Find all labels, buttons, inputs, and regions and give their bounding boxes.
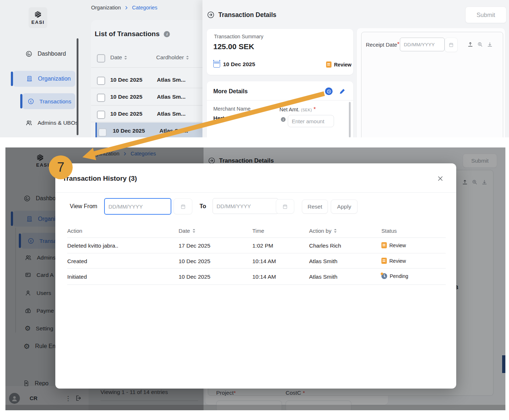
- sidebar-item-transactions[interactable]: € Transa: [27, 237, 57, 244]
- from-date-input[interactable]: [104, 198, 171, 215]
- easi-hexagon-icon: [34, 10, 42, 18]
- cell-time: 10:14 AM: [252, 258, 276, 265]
- zoom-in-icon[interactable]: [477, 41, 483, 48]
- receipt-date-input[interactable]: [400, 38, 445, 51]
- cell-action: Created: [67, 258, 87, 265]
- building-icon: [26, 215, 33, 222]
- edit-pencil-icon[interactable]: [339, 87, 346, 95]
- chevron-right-icon: [124, 5, 129, 10]
- sidebar-item-dashboard[interactable]: Dashboard: [25, 50, 66, 57]
- divider: [55, 192, 456, 193]
- sort-icon: [192, 228, 196, 233]
- upload-icon[interactable]: [462, 179, 468, 185]
- screenshot-bottom-edge: [5, 405, 505, 410]
- logout-icon[interactable]: [75, 395, 82, 402]
- active-indicator: [11, 211, 13, 226]
- sidebar-item-organization[interactable]: Organiz: [26, 215, 58, 222]
- arrow-circle-icon[interactable]: [207, 11, 215, 19]
- summary-date: 10 Dec 2025: [223, 61, 255, 68]
- label: Project: [216, 390, 234, 396]
- sidebar-item-label: Transactions: [39, 98, 71, 105]
- cell-cardholder[interactable]: Atlas Sm...: [159, 128, 188, 134]
- tutorial-canvas: EASI Dashboard Organization € Transactio…: [0, 0, 509, 420]
- required-asterisk: *: [313, 106, 316, 113]
- receipt-calendar-button[interactable]: [445, 38, 458, 52]
- sidebar-item-label: Admins & UBOs: [38, 120, 78, 126]
- status-label: Pending: [390, 273, 408, 279]
- zoom-in-icon[interactable]: [471, 179, 478, 185]
- submit-label: Submit: [471, 158, 488, 164]
- cell-cardholder[interactable]: Atlas Sm...: [157, 77, 185, 83]
- status-badge: Review: [326, 61, 351, 68]
- cell-cardholder[interactable]: Atlas Sm...: [157, 94, 185, 100]
- euro-icon: €: [27, 98, 34, 105]
- cell-date[interactable]: 10 Dec 2025: [110, 77, 142, 83]
- submit-button[interactable]: Submit: [465, 7, 506, 23]
- to-date-input[interactable]: [213, 198, 278, 214]
- close-icon[interactable]: [437, 175, 444, 182]
- header-action-by[interactable]: Action by: [309, 228, 337, 234]
- net-amount-input[interactable]: [288, 115, 334, 127]
- receipt-card: Receipt Date*:: [357, 28, 505, 137]
- cell-date[interactable]: 10 Dec 2025: [110, 111, 142, 117]
- breadcrumb-current[interactable]: Categories: [132, 5, 157, 10]
- sidebar-item-label: Repo: [35, 380, 48, 387]
- download-icon[interactable]: [481, 179, 488, 185]
- history-clock-button[interactable]: [325, 87, 333, 95]
- edge-panel-fragment: [502, 355, 505, 373]
- row-checkbox[interactable]: [97, 111, 105, 119]
- column-header-cardholder[interactable]: Cardholder: [156, 54, 189, 61]
- breadcrumb-root[interactable]: Organization: [90, 151, 119, 157]
- row-checkbox[interactable]: [97, 77, 105, 85]
- sort-icon: [186, 55, 189, 60]
- sidebar-item-rule-engine[interactable]: ⚙ Rule En: [23, 343, 56, 350]
- row-checkbox[interactable]: [97, 94, 105, 102]
- sidebar-item-settings[interactable]: ⚙ Setting: [25, 325, 53, 332]
- sidebar-scrollbar[interactable]: [77, 38, 78, 135]
- select-all-checkbox[interactable]: [97, 54, 105, 63]
- card-scrollbar[interactable]: [349, 102, 351, 137]
- calendar-icon: [180, 203, 186, 210]
- cell-cardholder[interactable]: Atlas Sm...: [157, 111, 185, 117]
- cell-date: 10 Dec 2025: [179, 258, 210, 265]
- avatar[interactable]: [9, 393, 20, 404]
- review-icon: [326, 61, 332, 68]
- submit-button[interactable]: Submit: [463, 154, 497, 168]
- sidebar-item-label: Transa: [39, 238, 57, 244]
- cell-date[interactable]: 10 Dec 2025: [113, 128, 145, 134]
- transaction-summary-card: Transaction Summary 125.00 SEK 10 Dec 20…: [207, 29, 353, 75]
- breadcrumb-current[interactable]: Categories: [131, 151, 156, 157]
- pending-icon: [381, 273, 387, 279]
- reset-button[interactable]: Reset: [302, 200, 328, 214]
- apply-button[interactable]: Apply: [331, 200, 358, 214]
- header-date[interactable]: Date: [179, 228, 196, 234]
- column-header-date[interactable]: Date: [110, 54, 127, 61]
- info-icon[interactable]: i: [164, 31, 170, 37]
- sidebar-item-admins-ubos[interactable]: Admins & UBOs: [25, 119, 78, 127]
- breadcrumb-root[interactable]: Organization: [91, 5, 121, 10]
- from-calendar-button[interactable]: [174, 198, 192, 214]
- apply-label: Apply: [337, 203, 351, 210]
- cell-date[interactable]: 10 Dec 2025: [110, 94, 142, 100]
- sidebar-item-dashboard[interactable]: Dashbo: [23, 195, 56, 202]
- cell-action-by: Atlas Smith: [309, 258, 337, 265]
- sidebar-item-users[interactable]: Users: [25, 290, 51, 296]
- active-indicator: [20, 94, 22, 108]
- row-checkbox[interactable]: [98, 128, 107, 137]
- to-calendar-button[interactable]: [276, 199, 294, 214]
- kebab-menu-icon[interactable]: ⋮: [65, 395, 71, 402]
- status-label: Review: [389, 243, 406, 248]
- sidebar-item-organization[interactable]: Organization: [26, 75, 71, 82]
- breadcrumb: Organization Categories: [90, 151, 156, 157]
- reset-label: Reset: [308, 203, 322, 210]
- download-icon[interactable]: [487, 41, 493, 48]
- sidebar-item-transactions[interactable]: € Transactions: [27, 98, 71, 105]
- header-label: Date: [179, 228, 190, 234]
- sidebar-item-admins[interactable]: Admins: [25, 254, 56, 261]
- logo-text: EASI: [36, 162, 49, 168]
- sidebar-item-card-accounts[interactable]: Card A: [25, 271, 54, 278]
- upload-icon[interactable]: [467, 41, 474, 48]
- sidebar-item-payments[interactable]: Payme: [25, 307, 54, 314]
- status-badge: Review: [381, 258, 406, 264]
- info-icon[interactable]: i: [281, 117, 286, 122]
